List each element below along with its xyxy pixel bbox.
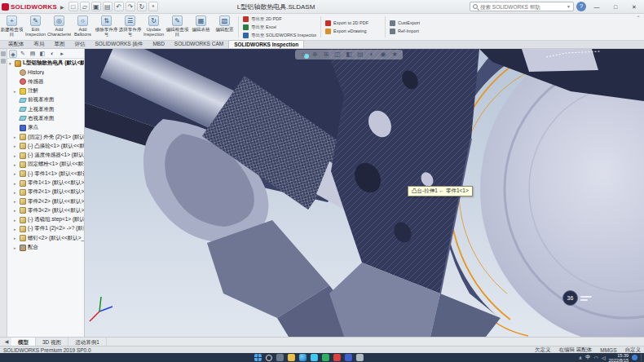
edit-inspection-button[interactable]: ✎Edit Inspection (24, 14, 47, 40)
rebuild-icon[interactable]: ↻ (137, 2, 147, 11)
tab-model[interactable]: 模型 (11, 338, 36, 346)
expand-arrow-icon[interactable]: ▸ (14, 89, 18, 94)
expand-arrow-icon[interactable]: ▸ (14, 162, 18, 167)
solidworks-logo[interactable]: SOLIDWORKS (2, 3, 57, 11)
ime-indicator[interactable]: 中 (585, 354, 591, 361)
tree-item-front-plane[interactable]: ▸前视基准面 (7, 95, 84, 104)
tab-scroll-left-icon[interactable]: ◀ (2, 338, 11, 346)
panel-flyout-arrow-icon[interactable]: ▸ (58, 50, 66, 58)
tree-item-component[interactable]: ▸(-) 零件1 (2)<2> ->? (默认<<默认>_显 (7, 224, 84, 233)
tree-item-top-plane[interactable]: ▸上视基准面 (7, 104, 84, 113)
featuremanager-tab-icon[interactable]: ◈ (9, 50, 17, 58)
expand-arrow-icon[interactable]: ▸ (14, 208, 18, 213)
file-explorer-icon[interactable] (288, 354, 295, 361)
redo-icon[interactable]: ↷ (126, 2, 135, 11)
displaymanager-tab-icon[interactable]: ◐ (48, 50, 56, 58)
propertymanager-tab-icon[interactable]: ✎ (19, 50, 27, 58)
export-excel-button[interactable]: 导出至 Excel (243, 24, 316, 30)
expand-arrow-icon[interactable]: ▸ (14, 181, 18, 186)
edit-table-button[interactable]: ▦编辑表格 (189, 14, 213, 40)
tree-item-component[interactable]: ▸(-) 温度传感器<1> (默认<<默认>_显示状 (7, 151, 84, 160)
select-balloons-button[interactable]: ☰选择零件序号 (118, 14, 142, 40)
app-icon-2[interactable] (345, 354, 352, 361)
graphics-viewport[interactable]: ⌂ ⊕ ⊞ ◫ ◧ ▤ ◐ ◉ ★ 凸台-拉伸1 ← 零件1<1> 36 (85, 49, 644, 337)
update-inspection-project-button[interactable]: ↻Update Inspection Project (142, 14, 165, 40)
add-characteristic-button[interactable]: ◎Add Characteristic (47, 14, 71, 40)
export-inspection-project-button[interactable]: 导出至 SOLIDWORKS Inspection 项目 (243, 32, 316, 38)
configurationmanager-tab-icon[interactable]: ▤ (29, 50, 37, 58)
tree-item-component[interactable]: ▸固定螺栓<1> (默认<<默认>_显示状态 (7, 160, 84, 169)
expand-arrow-icon[interactable]: ▸ (14, 153, 18, 158)
tab-solidworks-cam[interactable]: SOLIDWORKS CAM (170, 40, 228, 48)
expand-arrow-icon[interactable]: ▸ (14, 245, 18, 250)
zoom-fit-icon[interactable]: ⌂ (298, 51, 308, 59)
save-icon[interactable]: ▣ (91, 2, 101, 11)
tree-item-component[interactable]: ▸(固定) 外壳 (2)<1> (默认<<默认>_显示状态 (7, 132, 84, 141)
tab-addins[interactable]: SOLIDWORKS 插件 (90, 40, 148, 48)
tree-item-component[interactable]: ▸(-) 凸接轮<1> (默认<<默认>_显示状态 (7, 142, 84, 151)
panel-pin-icon[interactable] (1, 51, 6, 56)
expand-arrow-icon[interactable]: ▸ (14, 135, 18, 139)
taskbar-search-icon[interactable] (266, 355, 272, 361)
tree-item-mates[interactable]: ▸配合 (7, 243, 84, 252)
expand-arrow-icon[interactable]: ▸ (14, 171, 18, 176)
dimxpertmanager-tab-icon[interactable]: ◧ (38, 50, 46, 58)
expand-arrow-icon[interactable]: ▸ (14, 190, 18, 195)
tree-item-component[interactable]: ▸(-) 透镜组.step<1> (默认<<默认>_显示 (7, 215, 84, 224)
previous-view-icon[interactable]: ⊞ (321, 51, 331, 59)
expand-arrow-icon[interactable]: ▸ (14, 236, 18, 241)
tree-item-component[interactable]: ▸螺钉<2> (默认<<默认>_显示状态 (7, 234, 84, 243)
view-orientation-icon[interactable]: ◧ (344, 51, 354, 59)
maximize-button[interactable]: □ (607, 1, 624, 13)
expand-arrow-icon[interactable]: ▸ (14, 199, 18, 204)
start-button[interactable] (254, 354, 262, 361)
tree-item-annotations[interactable]: ▸注解 (7, 86, 84, 95)
export-edrawing-button[interactable]: Export eDrawing (325, 28, 381, 34)
search-input[interactable] (480, 4, 564, 10)
edit-inspection-project-button[interactable]: ✎编辑检查项目 (165, 14, 189, 40)
expand-arrow-icon[interactable]: ▸ (14, 227, 18, 232)
hide-show-items-icon[interactable]: ◐ (367, 51, 377, 59)
ribbon-collapse-chevron-icon[interactable]: ⌃ (633, 14, 644, 22)
tree-item-history[interactable]: ▸History (7, 68, 84, 77)
export-to-2d-pdf-button[interactable]: Export to 2D PDF (325, 20, 381, 26)
ref-import-button[interactable]: Ref-Import (390, 28, 430, 34)
options-icon[interactable]: * (148, 2, 158, 11)
task-view-icon[interactable] (276, 354, 284, 361)
status-units[interactable]: MMGS (600, 347, 616, 353)
taskbar-clock[interactable]: 15:39 2022/8/15 (609, 353, 629, 362)
tree-item-component[interactable]: ▸零件2<2> (默认<<默认>_显示状态 (7, 196, 84, 205)
network-icon[interactable]: ◠ (594, 355, 598, 360)
app-icon-1[interactable] (311, 354, 318, 361)
new-inspection-project-button[interactable]: +新建检查项目 (0, 14, 24, 40)
tree-item-component[interactable]: ▸零件1<1> (默认<<默认>_显示状态 (7, 179, 84, 188)
undo-icon[interactable]: ↶ (114, 2, 124, 11)
search-dropdown-icon[interactable]: ▼ (567, 4, 571, 9)
close-button[interactable]: ✕ (626, 1, 642, 13)
collapse-arrow-icon[interactable]: ▾ (9, 61, 13, 66)
open-document-icon[interactable]: ▱ (80, 2, 90, 11)
tree-item-component[interactable]: ▸零件3<2> (默认<<默认>_显示状态 (7, 206, 84, 215)
help-button[interactable]: ? (576, 2, 586, 11)
edit-appearance-icon[interactable]: ◉ (378, 51, 388, 59)
tree-item-component[interactable]: ▸(-) 零件1<1> (默认<<默认>_显示状态 (7, 170, 84, 179)
tree-item-sensors[interactable]: ▸传感器 (7, 77, 84, 86)
tree-item-component[interactable]: ▸零件2<1> (默认<<默认>_显示状态 (7, 188, 84, 196)
display-style-icon[interactable]: ▤ (355, 51, 365, 59)
cust-export-button[interactable]: CustExport (390, 20, 430, 26)
edge-browser-icon[interactable] (299, 354, 307, 361)
help-search-box[interactable]: ▼ (470, 2, 574, 11)
section-view-icon[interactable]: ◫ (333, 51, 342, 59)
tree-item-origin[interactable]: ▸原点 (7, 123, 84, 132)
tree-root-assembly[interactable]: ▾ L型铝轴散热电具 (默认<默认_显示状态-1>) (7, 59, 84, 68)
tab-sketch[interactable]: 草图 (50, 40, 70, 48)
export-2d-pdf-button[interactable]: 导出至 2D PDF (243, 15, 316, 22)
solidworks-taskbar-icon[interactable] (333, 354, 341, 361)
tab-3d-views[interactable]: 3D 视图 (36, 338, 68, 346)
minimize-button[interactable]: — (589, 1, 605, 13)
expand-arrow-icon[interactable]: ▸ (14, 143, 18, 148)
tab-mbd[interactable]: MBD (148, 40, 169, 48)
show-desktop-sliver[interactable] (641, 354, 642, 361)
app-icon-3[interactable] (356, 354, 364, 361)
print-icon[interactable]: ▤ (103, 2, 112, 11)
